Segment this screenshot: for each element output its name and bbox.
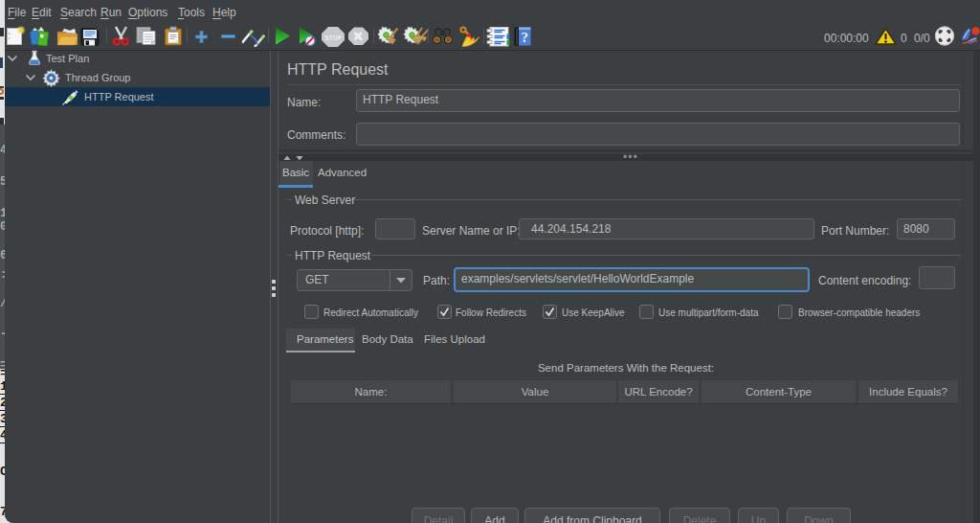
svg-text:STOP: STOP [324,34,342,41]
svg-text:?: ? [521,30,528,45]
